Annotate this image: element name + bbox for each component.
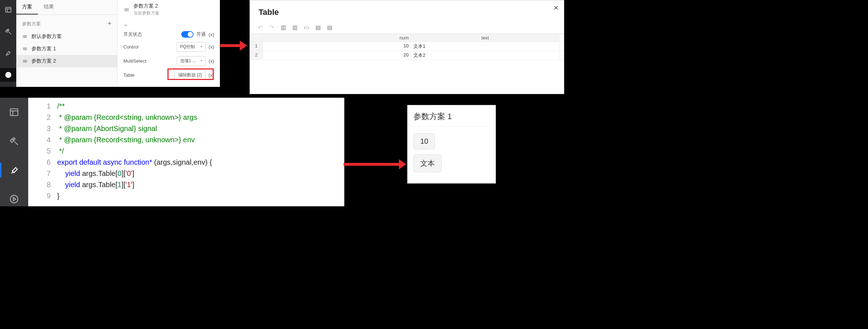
plug-icon[interactable] bbox=[0, 134, 28, 148]
table-dialog: Table ✕ ↶ ↷ ▥ ▥ ▭ ▤ ▤ num text 1 10 文本1 … bbox=[250, 0, 564, 94]
scheme-list-panel: 方案 结果 参数方案 + 默认参数方案 参数方案 1 参数方案 2 bbox=[16, 0, 118, 87]
property-header: 参数方案 2 当前参数方案 bbox=[123, 0, 214, 19]
code-body[interactable]: /** * @param {Record<string, unknown>} a… bbox=[57, 101, 344, 203]
chevron-down-icon[interactable]: ⌄ bbox=[123, 19, 214, 29]
reset-button[interactable]: (x) bbox=[209, 72, 214, 78]
prop-row-switch: 开关状态 开通 (x) bbox=[123, 29, 214, 40]
result-chip-1: 10 bbox=[413, 133, 435, 149]
list-header-label: 参数方案 bbox=[22, 21, 41, 27]
grid-cell-num[interactable]: 20 bbox=[263, 51, 411, 60]
code-editor-panel: 123 456 789 /** * @param {Record<string,… bbox=[0, 98, 344, 206]
add-scheme-button[interactable]: + bbox=[107, 20, 111, 28]
grid-cell-num[interactable]: 10 bbox=[263, 42, 411, 51]
grid-header-num[interactable]: num bbox=[263, 34, 411, 42]
tab-result[interactable]: 结果 bbox=[38, 0, 60, 14]
table-toolbar: ↶ ↷ ▥ ▥ ▭ ▤ ▤ bbox=[250, 21, 564, 34]
prop-row-multiselect: MultiSelect 选项1 ... (x) bbox=[123, 54, 214, 68]
svg-rect-5 bbox=[10, 109, 18, 116]
grid-row-index: 2 bbox=[250, 51, 263, 60]
svg-point-8 bbox=[10, 195, 18, 203]
insert-col-left-icon[interactable]: ▥ bbox=[280, 24, 287, 31]
prop-label: Control bbox=[123, 44, 139, 50]
delete-row-icon[interactable]: ▤ bbox=[326, 24, 333, 31]
close-icon[interactable]: ✕ bbox=[553, 4, 559, 12]
grid-corner bbox=[250, 34, 263, 42]
insert-col-right-icon[interactable]: ▥ bbox=[291, 24, 298, 31]
code-editor[interactable]: 123 456 789 /** * @param {Record<string,… bbox=[28, 98, 344, 206]
switch-toggle[interactable] bbox=[181, 31, 193, 38]
layout-icon[interactable] bbox=[0, 3, 16, 17]
result-chip-2: 文本 bbox=[413, 155, 442, 172]
insert-row-icon[interactable]: ▤ bbox=[314, 24, 322, 31]
grid-header-row: num text bbox=[250, 34, 564, 42]
tools-icon[interactable] bbox=[0, 46, 16, 60]
tabs: 方案 结果 bbox=[16, 0, 117, 15]
scheme-item-2[interactable]: 参数方案 2 bbox=[16, 55, 117, 67]
scheme-item-label: 参数方案 1 bbox=[31, 46, 56, 52]
dialog-title: Table bbox=[250, 0, 564, 21]
scheme-item-label: 参数方案 2 bbox=[31, 58, 56, 64]
delete-col-icon[interactable]: ▭ bbox=[303, 24, 310, 31]
multiselect[interactable]: 选项1 ... bbox=[177, 56, 206, 66]
switch-state: 开通 bbox=[196, 31, 206, 38]
result-title: 参数方案 1 bbox=[413, 111, 490, 127]
grid-cell-text[interactable]: 文本1 bbox=[411, 42, 559, 51]
scheme-item-default[interactable]: 默认参数方案 bbox=[16, 30, 117, 43]
prop-row-table: Table 编辑数据 [2] (x) bbox=[123, 68, 214, 82]
plug-icon[interactable] bbox=[0, 25, 16, 38]
reset-button[interactable]: (x) bbox=[209, 58, 214, 64]
scheme-item-1[interactable]: 参数方案 1 bbox=[16, 43, 117, 55]
property-panel: 参数方案 2 当前参数方案 ⌄ 开关状态 开通 (x) Control PQ控制… bbox=[118, 0, 220, 87]
reset-button[interactable]: (x) bbox=[209, 44, 214, 50]
data-grid: num text 1 10 文本1 2 20 文本2 bbox=[250, 34, 564, 60]
scheme-item-label: 默认参数方案 bbox=[31, 33, 62, 40]
grid-row-index: 1 bbox=[250, 42, 263, 51]
property-subtitle: 当前参数方案 bbox=[133, 10, 159, 16]
edit-table-button[interactable]: 编辑数据 [2] bbox=[174, 70, 206, 80]
grid-row: 2 20 文本2 bbox=[250, 51, 564, 60]
grid-row: 1 10 文本1 bbox=[250, 42, 564, 51]
play-icon[interactable] bbox=[0, 192, 28, 206]
reset-button[interactable]: (x) bbox=[209, 32, 214, 37]
editor-icon-bar bbox=[0, 98, 28, 206]
grid-header-text[interactable]: text bbox=[411, 34, 559, 42]
undo-icon[interactable]: ↶ bbox=[256, 24, 264, 31]
list-header: 参数方案 + bbox=[16, 15, 117, 30]
result-card: 参数方案 1 10 文本 bbox=[407, 105, 496, 184]
control-select[interactable]: PQ控制 bbox=[177, 42, 206, 52]
property-title: 参数方案 2 bbox=[133, 3, 159, 9]
play-icon[interactable] bbox=[0, 68, 16, 82]
line-gutter: 123 456 789 bbox=[28, 101, 57, 203]
grid-cell-text[interactable]: 文本2 bbox=[411, 51, 559, 60]
tools-icon[interactable] bbox=[0, 163, 28, 177]
prop-label: 开关状态 bbox=[123, 31, 142, 38]
prop-label: Table bbox=[123, 72, 135, 78]
scheme-panel: 方案 结果 参数方案 + 默认参数方案 参数方案 1 参数方案 2 参数方案 2… bbox=[0, 0, 220, 87]
left-icon-bar bbox=[0, 0, 16, 87]
prop-row-control: Control PQ控制 (x) bbox=[123, 40, 214, 54]
layout-icon[interactable] bbox=[0, 105, 28, 119]
prop-label: MultiSelect bbox=[123, 58, 146, 64]
svg-marker-9 bbox=[13, 197, 16, 201]
svg-rect-0 bbox=[5, 7, 11, 12]
redo-icon[interactable]: ↷ bbox=[268, 24, 275, 31]
tab-scheme[interactable]: 方案 bbox=[16, 0, 38, 14]
